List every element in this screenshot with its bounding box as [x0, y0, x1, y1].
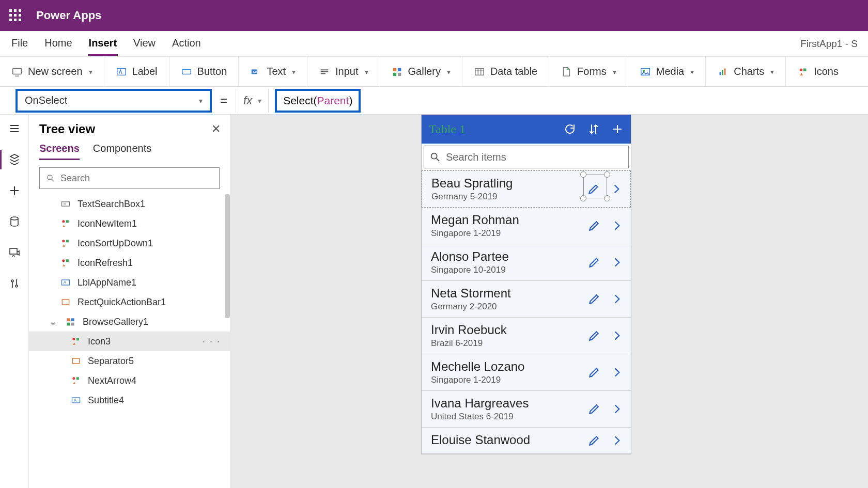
sort-icon[interactable] — [587, 123, 600, 135]
chevron-right-icon[interactable] — [610, 292, 624, 306]
tree-item[interactable]: ASubtitle4 — [29, 390, 230, 410]
tree-item[interactable]: ALblAppName1 — [29, 273, 230, 292]
fx-button[interactable]: fx ▾ — [236, 89, 269, 113]
forms-label: Forms — [577, 66, 607, 77]
more-icon[interactable]: · · · — [203, 336, 221, 347]
label-label: Label — [132, 66, 158, 77]
tree-item[interactable]: TextSearchBox1 — [29, 194, 230, 214]
gallery-row[interactable]: Neta StormentGermany 2-2020 — [422, 281, 631, 318]
tree-view-icon[interactable] — [8, 153, 21, 166]
forms-icon — [561, 66, 572, 77]
tree-tab-components[interactable]: Components — [93, 143, 151, 160]
row-title: Mechelle Lozano — [431, 359, 587, 374]
refresh-icon[interactable] — [564, 123, 576, 135]
gallery-icon — [392, 66, 403, 77]
tree-item[interactable]: Separator5 — [29, 351, 230, 371]
gallery-row[interactable]: Alonso ParteeSingapore 10-2019 — [422, 244, 631, 281]
menu-item-view[interactable]: View — [132, 32, 157, 56]
row-title: Alonso Partee — [431, 249, 587, 264]
chevron-right-icon[interactable] — [610, 366, 624, 379]
media-nav-icon[interactable] — [8, 246, 21, 259]
tree-search[interactable] — [39, 167, 220, 189]
data-table-label: Data table — [490, 66, 537, 77]
gallery-row[interactable]: Mechelle LozanoSingapore 1-2019 — [422, 354, 631, 391]
edit-icon[interactable] — [587, 329, 601, 342]
phone-preview: Table 1 Search items Beau SpratlingGerma… — [422, 115, 631, 454]
tree-item[interactable]: ⌄BrowseGallery1 — [29, 312, 230, 332]
tree-tab-screens[interactable]: Screens — [39, 143, 80, 160]
tools-icon[interactable] — [8, 277, 21, 290]
svg-line-36 — [52, 179, 54, 181]
menu-item-file[interactable]: File — [10, 32, 29, 56]
row-title: Ivana Hargreaves — [431, 396, 587, 411]
gallery-row[interactable]: Ivana HargreavesUnited States 6-2019 — [422, 391, 631, 428]
edit-icon[interactable] — [587, 256, 601, 269]
chevron-down-icon: ▾ — [292, 68, 296, 76]
gallery-row[interactable]: Elouise Stanwood — [422, 428, 631, 454]
tree-item[interactable]: Icon3· · · — [29, 332, 230, 351]
chevron-right-icon[interactable] — [610, 434, 624, 447]
data-table-button[interactable]: Data table — [462, 57, 549, 86]
tree-item[interactable]: NextArrow4 — [29, 371, 230, 390]
phone-header: Table 1 — [422, 115, 631, 144]
gallery-row[interactable]: Megan RohmanSingapore 1-2019 — [422, 208, 631, 244]
edit-icon[interactable] — [587, 219, 601, 232]
tree-search-input[interactable] — [60, 173, 213, 184]
gallery-row[interactable]: Irvin RoebuckBrazil 6-2019 — [422, 318, 631, 354]
menu-item-action[interactable]: Action — [171, 32, 202, 56]
left-rail — [0, 115, 29, 488]
chevron-down-icon[interactable]: ⌄ — [49, 316, 57, 327]
close-icon[interactable]: ✕ — [211, 122, 221, 136]
canvas[interactable]: Table 1 Search items Beau SpratlingGerma… — [230, 115, 868, 488]
chevron-right-icon[interactable] — [610, 329, 624, 342]
chevron-right-icon[interactable] — [610, 402, 624, 416]
hamburger-icon[interactable] — [8, 122, 21, 135]
edit-icon[interactable] — [587, 402, 601, 416]
add-icon[interactable] — [8, 184, 21, 197]
plus-icon[interactable] — [611, 123, 624, 135]
tree-item[interactable]: IconRefresh1 — [29, 253, 230, 273]
chevron-right-icon[interactable] — [610, 256, 624, 269]
tree-item[interactable]: RectQuickActionBar1 — [29, 292, 230, 312]
formula-input[interactable]: Select(Parent) — [275, 89, 361, 113]
tree-item[interactable]: IconSortUpDown1 — [29, 233, 230, 253]
input-button[interactable]: Input ▾ — [307, 57, 380, 86]
property-selector[interactable]: OnSelect ▾ — [16, 89, 212, 113]
phone-search[interactable]: Search items — [424, 146, 629, 168]
charts-button[interactable]: Charts ▾ — [706, 57, 786, 86]
app-launcher-icon[interactable] — [9, 9, 22, 22]
chevron-right-icon[interactable] — [610, 219, 624, 232]
svg-rect-54 — [72, 358, 79, 364]
media-label: Media — [656, 66, 684, 77]
tree-item[interactable]: IconNewItem1 — [29, 214, 230, 233]
edit-icon[interactable] — [587, 292, 601, 306]
new-screen-button[interactable]: New screen ▾ — [0, 57, 104, 86]
document-name: FirstApp1 - S — [800, 38, 858, 50]
button-button[interactable]: Button — [169, 57, 239, 86]
gallery-row[interactable]: Beau SpratlingGermany 5-2019 — [422, 170, 631, 208]
chevron-down-icon: ▾ — [690, 68, 694, 76]
tree-item-label: BrowseGallery1 — [83, 317, 148, 327]
icons-button[interactable]: Icons — [786, 57, 850, 86]
svg-rect-19 — [720, 72, 721, 75]
scrollbar[interactable] — [225, 194, 230, 318]
forms-button[interactable]: Forms ▾ — [549, 57, 628, 86]
chevron-right-icon[interactable] — [610, 182, 623, 196]
data-icon[interactable] — [8, 215, 21, 228]
menu-item-insert[interactable]: Insert — [88, 32, 118, 56]
edit-icon[interactable] — [587, 434, 601, 447]
gallery-button[interactable]: Gallery ▾ — [380, 57, 462, 86]
text-button[interactable]: Abc Text ▾ — [239, 57, 307, 86]
label-button[interactable]: Label — [104, 57, 169, 86]
chevron-down-icon: ▾ — [199, 97, 203, 105]
svg-rect-9 — [393, 68, 396, 71]
media-button[interactable]: Media ▾ — [628, 57, 706, 86]
iconset-icon — [70, 375, 82, 386]
edit-icon[interactable] — [587, 182, 600, 196]
rect-icon — [60, 296, 71, 308]
svg-text:A: A — [74, 398, 77, 403]
menu-item-home[interactable]: Home — [43, 32, 73, 56]
edit-icon[interactable] — [587, 366, 601, 379]
iconset-icon — [60, 238, 71, 249]
rect-icon — [70, 355, 82, 367]
